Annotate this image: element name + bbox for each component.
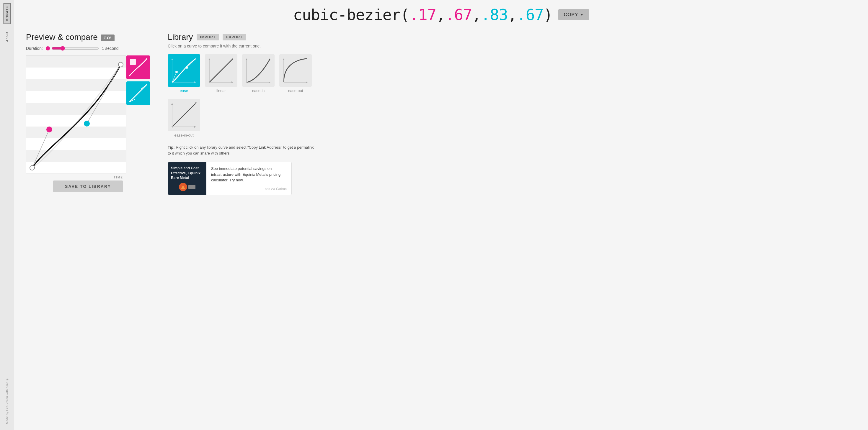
formula-suffix: )	[544, 6, 552, 24]
svg-marker-27	[194, 126, 196, 128]
about-link[interactable]: About	[5, 32, 9, 42]
duration-value: 1 second	[102, 46, 119, 51]
val3[interactable]: .83	[481, 6, 508, 24]
import-button[interactable]: IMPORT	[197, 34, 219, 40]
curve-thumb-ease-in[interactable]	[242, 54, 275, 87]
curve-thumb-ease[interactable]	[168, 54, 200, 87]
curves-grid-row2: ease-in-out	[168, 99, 856, 137]
control-point-2[interactable]	[84, 121, 90, 127]
curve-thumb-ease-in-out[interactable]	[168, 99, 200, 131]
comma1: ,	[436, 6, 445, 24]
x-axis-label: TIME	[114, 176, 123, 179]
svg-line-6	[187, 59, 196, 68]
go-button[interactable]: GO!	[101, 34, 115, 41]
svg-marker-20	[246, 58, 247, 60]
svg-point-8	[186, 66, 188, 69]
tip-prefix: Tip:	[168, 145, 175, 150]
formula-prefix: cubic-bezier(	[293, 6, 409, 24]
curve-label-linear: linear	[216, 89, 226, 93]
duration-slider-wrap[interactable]	[46, 46, 99, 51]
ad-source: ads via Carbon	[211, 187, 287, 191]
preview-boxes	[126, 56, 150, 105]
preview-box-cyan[interactable]	[126, 81, 150, 105]
two-col-layout: Preview & compare GO! Duration: 1 second…	[26, 32, 856, 195]
svg-rect-2	[130, 59, 136, 65]
canvas-wrap: PROGRESSION	[26, 56, 150, 173]
bezier-graph[interactable]: TIME	[26, 56, 126, 173]
end-point[interactable]	[118, 62, 123, 67]
curve-item-ease-in-out[interactable]: ease-in-out	[168, 99, 200, 137]
svg-line-0	[32, 130, 49, 168]
library-title: Library	[168, 32, 193, 42]
preview-title: Preview & compare	[26, 32, 98, 42]
curve-item-linear[interactable]: linear	[205, 54, 237, 93]
val2[interactable]: .67	[445, 6, 472, 24]
library-column: Library IMPORT EXPORT Click on a curve t…	[168, 32, 856, 195]
ad-content: See immediate potential savings on infra…	[206, 162, 291, 195]
val1[interactable]: .17	[409, 6, 436, 24]
bezier-svg[interactable]	[26, 56, 127, 174]
svg-marker-15	[231, 81, 233, 83]
madeby-text: Made by Lea Verou with care ✳	[6, 377, 9, 424]
ad-box[interactable]: Simple and Cost Effective, Equinix Bare …	[168, 162, 292, 195]
svg-marker-16	[209, 58, 210, 60]
duration-dot	[46, 46, 50, 51]
comma3: ,	[508, 6, 517, 24]
curve-thumb-ease-out[interactable]	[279, 54, 312, 87]
svg-marker-12	[171, 58, 173, 60]
svg-line-1	[87, 65, 121, 124]
val4[interactable]: .67	[517, 6, 544, 24]
tip-body: Right click on any library curve and sel…	[168, 145, 314, 156]
editor-column: Preview & compare GO! Duration: 1 second…	[26, 32, 150, 192]
duration-slider[interactable]	[52, 46, 99, 51]
main-content: cubic-bezier(.17,.67,.83,.67) COPY ▼ Pre…	[14, 0, 868, 201]
library-header: Library IMPORT EXPORT	[168, 32, 856, 42]
svg-marker-24	[283, 58, 285, 60]
library-description: Click on a curve to compare it with the …	[168, 44, 856, 48]
svg-marker-19	[269, 81, 271, 83]
control-point-1[interactable]	[46, 127, 52, 132]
export-button[interactable]: EXPORT	[223, 34, 246, 40]
curve-label-ease-in-out: ease-in-out	[174, 133, 193, 137]
duration-label: Duration:	[26, 46, 43, 51]
comma2: ,	[472, 6, 481, 24]
copy-dropdown-arrow: ▼	[580, 13, 584, 17]
sidebar: DONATE About Made by Lea Verou with care…	[0, 0, 14, 430]
header: cubic-bezier(.17,.67,.83,.67) COPY ▼	[26, 6, 856, 24]
duration-row: Duration: 1 second	[26, 46, 150, 51]
curve-label-ease-out: ease-out	[288, 89, 303, 93]
start-point[interactable]	[30, 165, 35, 170]
curve-label-ease-in: ease-in	[252, 89, 265, 93]
ad-image-text: Simple and Cost Effective, Equinix Bare …	[171, 166, 204, 180]
curve-item-ease[interactable]: ease	[168, 54, 200, 93]
curve-label-ease: ease	[180, 89, 188, 93]
svg-line-4	[141, 84, 147, 89]
curve-item-ease-in[interactable]: ease-in	[242, 54, 275, 93]
copy-label: COPY	[564, 12, 578, 18]
curve-item-ease-out[interactable]: ease-out	[279, 54, 312, 93]
donate-button[interactable]: DONATE	[4, 3, 11, 24]
svg-marker-23	[306, 81, 308, 83]
svg-point-7	[175, 71, 178, 73]
curve-thumb-linear[interactable]	[205, 54, 237, 87]
curves-grid-row1: ease linear	[168, 54, 856, 93]
save-to-library-button[interactable]: SAVE TO LIBRARY	[53, 180, 123, 192]
ad-image: Simple and Cost Effective, Equinix Bare …	[168, 162, 206, 195]
tip-text: Tip: Right click on any library curve an…	[168, 144, 315, 156]
svg-marker-28	[171, 103, 173, 105]
preview-box-pink[interactable]	[126, 56, 150, 79]
copy-button[interactable]: COPY ▼	[558, 9, 589, 20]
ad-description: See immediate potential savings on infra…	[211, 166, 287, 183]
formula-display: cubic-bezier(.17,.67,.83,.67)	[293, 6, 552, 24]
svg-marker-11	[194, 81, 196, 83]
